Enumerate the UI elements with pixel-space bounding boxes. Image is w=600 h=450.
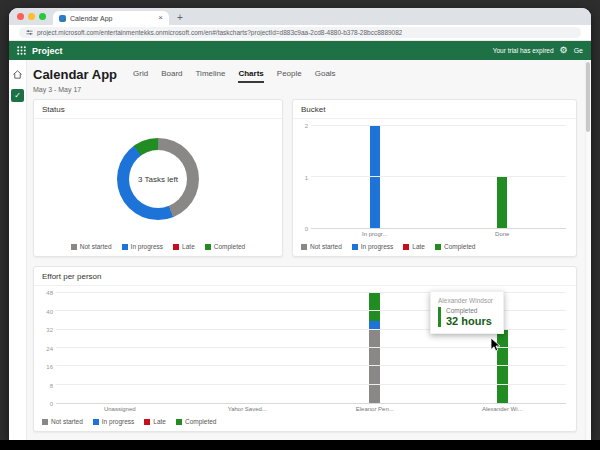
legend-label: In progress [102,418,135,425]
app-header: Project Your trial has expired ⚙ Ge [9,41,591,60]
address-bar[interactable]: project.microsoft.com/entertainmentekks.… [19,27,581,38]
legend-label: Late [182,243,195,250]
legend-label: In progress [131,243,164,250]
tab-favicon-icon [59,15,66,22]
new-tab-button[interactable]: + [169,12,191,25]
mouse-cursor-icon [490,337,501,352]
desktop-bottom-strip [0,440,600,450]
tooltip-value: 32 hours [446,315,492,327]
y-tick-label: 1 [305,175,308,181]
bucket-x-axis: In progr...Done [311,231,566,239]
legend-swatch-icon [301,244,307,250]
tab-close-icon[interactable]: × [158,14,163,22]
x-tick-label: Unassigned [56,406,184,414]
legend-item: In progress [352,243,394,250]
top-cards-row: Status 3 Tasks left Not startedIn progre… [33,99,577,257]
legend-swatch-icon [205,244,211,250]
tab-charts[interactable]: Charts [238,69,263,83]
screen: Calendar App × + project.microsoft.com/e… [0,0,600,450]
url-text: project.microsoft.com/entertainmentekks.… [37,29,402,36]
bucket-bar[interactable] [497,177,507,228]
scrollbar-thumb[interactable] [586,62,590,132]
y-tick-label: 2 [305,123,308,129]
x-tick-label: Done [439,231,567,239]
legend-swatch-icon [144,419,150,425]
bucket-y-axis: 012 [299,126,311,229]
tab-people[interactable]: People [277,69,302,83]
bucket-card: Bucket 012 In progr...Done No [292,99,577,257]
home-icon[interactable] [12,69,23,80]
legend-item: In progress [93,418,135,425]
legend-label: Completed [444,243,475,250]
legend-label: Not started [51,418,83,425]
legend-swatch-icon [122,244,128,250]
legend-item: Completed [205,243,245,250]
y-tick-label: 48 [46,290,53,296]
status-legend: Not startedIn progressLateCompleted [34,239,282,256]
y-tick-label: 16 [46,364,53,370]
tasks-check-icon[interactable]: ✓ [11,89,24,102]
tab-goals[interactable]: Goals [315,69,336,83]
settings-gear-icon[interactable]: ⚙ [560,46,568,55]
tab-timeline[interactable]: Timeline [196,69,226,83]
charts-area: Status 3 Tasks left Not startedIn progre… [33,99,577,432]
legend-swatch-icon [173,244,179,250]
window-controls [9,8,53,25]
status-card: Status 3 Tasks left Not startedIn progre… [33,99,283,257]
tooltip-accent-bar [438,307,441,327]
effort-bar-segment[interactable] [369,293,380,321]
gridline [56,384,566,385]
bucket-column [439,126,567,228]
y-tick-label: 8 [50,383,53,389]
tab-grid[interactable]: Grid [133,69,148,83]
legend-item: Not started [42,418,83,425]
bucket-chart-body: 012 In progr...Done [293,119,576,239]
status-donut[interactable]: 3 Tasks left [117,138,199,220]
title-row: Calendar App Grid Board Timeline Charts … [33,66,577,83]
get-app-label[interactable]: Ge [574,47,583,54]
legend-item: In progress [122,243,164,250]
legend-swatch-icon [435,244,441,250]
legend-item: Completed [176,418,216,425]
tab-board[interactable]: Board [161,69,182,83]
bucket-column [311,126,439,228]
legend-label: Not started [310,243,342,250]
chart-tooltip: Alexander Windsor Completed 32 hours [430,291,504,334]
gridline [311,176,566,177]
legend-swatch-icon [42,419,48,425]
gridline [311,125,566,126]
legend-item: Not started [301,243,342,250]
legend-swatch-icon [403,244,409,250]
legend-swatch-icon [176,419,182,425]
effort-legend: Not startedIn progressLateCompleted [34,414,576,431]
legend-item: Not started [71,243,112,250]
legend-swatch-icon [93,419,99,425]
minimize-window-button[interactable] [28,13,35,20]
legend-label: Completed [214,243,245,250]
gridline [56,365,566,366]
site-settings-tune-icon[interactable] [26,29,33,36]
page-title: Calendar App [33,67,117,82]
page-scrollbar[interactable] [585,60,591,440]
effort-x-axis: UnassignedYahor Saved...Eleanor Pen...Al… [56,406,566,414]
main-content: Calendar App Grid Board Timeline Charts … [27,60,591,440]
status-donut-wrap: 3 Tasks left [34,119,282,239]
legend-swatch-icon [352,244,358,250]
legend-item: Late [144,418,166,425]
maximize-window-button[interactable] [39,13,46,20]
legend-label: Late [153,418,166,425]
legend-item: Late [403,243,425,250]
y-tick-label: 32 [46,327,53,333]
effort-y-axis: 081624324048 [40,293,56,404]
y-tick-label: 0 [50,401,53,407]
close-window-button[interactable] [17,13,24,20]
bucket-bar[interactable] [370,126,380,228]
browser-tab-bar: Calendar App × + [9,8,591,25]
bucket-legend: Not startedIn progressLateCompleted [293,239,576,256]
y-tick-label: 40 [46,309,53,315]
waffle-menu-icon[interactable] [17,46,26,55]
browser-tab[interactable]: Calendar App × [53,11,169,25]
tooltip-status-label: Completed [446,307,492,314]
x-tick-label: Alexander Wi... [439,406,567,414]
date-range: May 3 - May 17 [33,86,577,93]
